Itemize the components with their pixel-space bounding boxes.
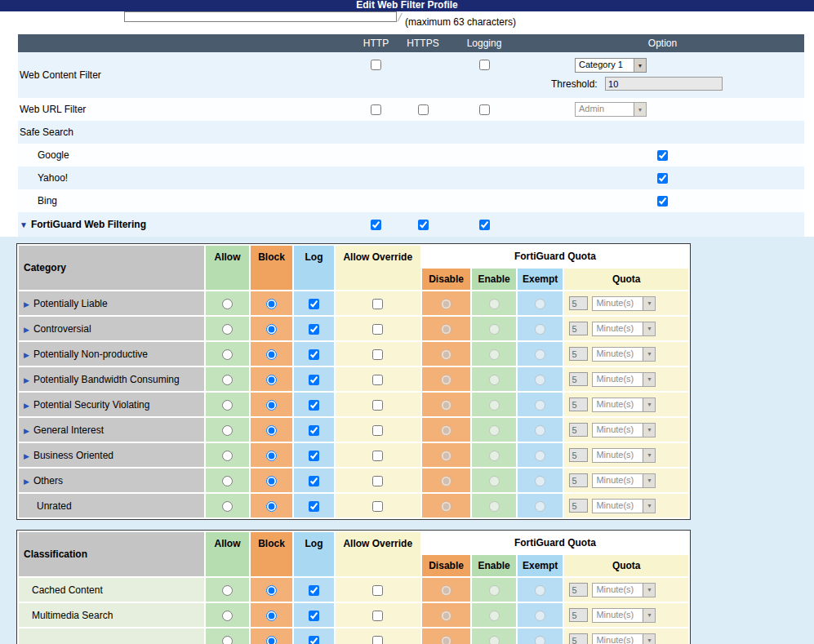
quota-exempt-radio[interactable] [535, 425, 545, 436]
quota-exempt-radio[interactable] [535, 476, 545, 486]
allow-override-checkbox[interactable] [372, 611, 383, 621]
allow-radio[interactable] [222, 400, 233, 411]
block-radio[interactable] [266, 400, 277, 411]
expand-arrow-icon[interactable]: ▶ [24, 427, 29, 435]
quota-enable-radio[interactable] [489, 585, 500, 596]
allow-override-checkbox[interactable] [372, 375, 383, 385]
expand-arrow-icon[interactable]: ▶ [24, 402, 29, 410]
quota-unit-select[interactable]: Minute(s)▼ [592, 322, 656, 336]
quota-disable-radio[interactable] [441, 349, 451, 360]
quota-unit-select[interactable]: Minute(s)▼ [592, 423, 656, 437]
quota-unit-select[interactable]: Minute(s)▼ [592, 499, 656, 513]
allow-radio[interactable] [222, 425, 233, 436]
log-checkbox[interactable] [309, 451, 319, 461]
allow-radio[interactable] [222, 585, 233, 596]
quota-exempt-radio[interactable] [535, 299, 545, 309]
quota-disable-radio[interactable] [441, 375, 451, 385]
quota-unit-select[interactable]: Minute(s)▼ [592, 347, 656, 362]
quota-enable-radio[interactable] [489, 611, 500, 621]
allow-radio[interactable] [222, 451, 233, 461]
quota-value-input[interactable] [569, 296, 588, 310]
allow-radio[interactable] [222, 299, 233, 309]
quota-unit-select[interactable]: Minute(s)▼ [592, 608, 656, 623]
allow-override-checkbox[interactable] [372, 636, 383, 644]
log-checkbox[interactable] [309, 400, 319, 411]
quota-value-input[interactable] [569, 633, 588, 644]
quota-unit-select[interactable]: Minute(s)▼ [592, 398, 656, 412]
quota-disable-radio[interactable] [441, 451, 451, 461]
quota-enable-radio[interactable] [489, 425, 500, 436]
log-checkbox[interactable] [309, 375, 319, 385]
allow-override-checkbox[interactable] [372, 476, 383, 486]
log-checkbox[interactable] [309, 476, 319, 486]
quota-disable-radio[interactable] [441, 425, 451, 436]
block-radio[interactable] [266, 324, 277, 335]
quota-value-input[interactable] [569, 372, 588, 386]
web-url-filter-https-checkbox[interactable] [418, 104, 429, 115]
block-radio[interactable] [266, 611, 277, 621]
allow-radio[interactable] [222, 476, 233, 486]
expand-arrow-icon[interactable]: ▶ [24, 300, 29, 309]
expand-arrow-icon[interactable]: ▶ [24, 452, 29, 460]
allow-radio[interactable] [222, 324, 233, 335]
quota-disable-radio[interactable] [441, 299, 451, 309]
allow-radio[interactable] [222, 611, 233, 621]
block-radio[interactable] [266, 636, 277, 644]
quota-disable-radio[interactable] [441, 400, 451, 411]
quota-enable-radio[interactable] [489, 451, 500, 461]
google-safe-search-checkbox[interactable] [657, 150, 668, 161]
quota-value-input[interactable] [569, 423, 588, 437]
allow-override-checkbox[interactable] [372, 451, 383, 461]
quota-value-input[interactable] [569, 583, 588, 597]
expand-arrow-icon[interactable]: ▶ [24, 376, 29, 384]
quota-value-input[interactable] [569, 322, 588, 335]
allow-override-checkbox[interactable] [372, 349, 383, 360]
quota-exempt-radio[interactable] [535, 324, 545, 335]
quota-unit-select[interactable]: Minute(s)▼ [592, 372, 656, 387]
quota-exempt-radio[interactable] [535, 636, 545, 644]
quota-exempt-radio[interactable] [535, 400, 545, 411]
allow-override-checkbox[interactable] [372, 501, 383, 512]
block-radio[interactable] [266, 476, 277, 486]
allow-override-checkbox[interactable] [372, 585, 383, 596]
quota-enable-radio[interactable] [489, 375, 500, 385]
quota-enable-radio[interactable] [489, 400, 500, 411]
log-checkbox[interactable] [309, 585, 319, 596]
block-radio[interactable] [266, 425, 277, 436]
block-radio[interactable] [266, 349, 277, 360]
quota-disable-radio[interactable] [441, 476, 451, 486]
block-radio[interactable] [266, 585, 277, 596]
log-checkbox[interactable] [309, 425, 319, 436]
quota-unit-select[interactable]: Minute(s)▼ [592, 583, 656, 597]
allow-radio[interactable] [222, 349, 233, 360]
quota-enable-radio[interactable] [489, 501, 500, 512]
allow-radio[interactable] [222, 375, 233, 385]
quota-disable-radio[interactable] [441, 636, 451, 644]
log-checkbox[interactable] [309, 611, 319, 621]
allow-override-checkbox[interactable] [372, 425, 383, 436]
log-checkbox[interactable] [309, 324, 319, 335]
web-url-filter-logging-checkbox[interactable] [479, 104, 490, 115]
fortiguard-http-checkbox[interactable] [371, 220, 381, 230]
web-content-filter-http-checkbox[interactable] [371, 60, 381, 70]
profile-name-input[interactable] [124, 11, 397, 22]
collapse-arrow-icon[interactable]: ▼ [20, 220, 28, 229]
quota-unit-select[interactable]: Minute(s)▼ [592, 296, 656, 311]
fortiguard-logging-checkbox[interactable] [479, 220, 490, 230]
block-radio[interactable] [266, 451, 277, 461]
content-filter-category-select[interactable]: Category 1 ▼ [575, 58, 647, 73]
log-checkbox[interactable] [309, 349, 319, 360]
quota-disable-radio[interactable] [441, 611, 451, 621]
quota-disable-radio[interactable] [441, 501, 451, 512]
quota-unit-select[interactable]: Minute(s)▼ [592, 473, 656, 488]
quota-exempt-radio[interactable] [535, 349, 545, 360]
quota-unit-select[interactable]: Minute(s)▼ [592, 448, 656, 463]
quota-enable-radio[interactable] [489, 636, 500, 644]
log-checkbox[interactable] [309, 501, 319, 512]
quota-exempt-radio[interactable] [535, 501, 545, 512]
allow-override-checkbox[interactable] [372, 299, 383, 309]
quota-exempt-radio[interactable] [535, 375, 545, 385]
quota-value-input[interactable] [569, 499, 588, 513]
quota-value-input[interactable] [569, 448, 588, 462]
quota-disable-radio[interactable] [441, 585, 451, 596]
